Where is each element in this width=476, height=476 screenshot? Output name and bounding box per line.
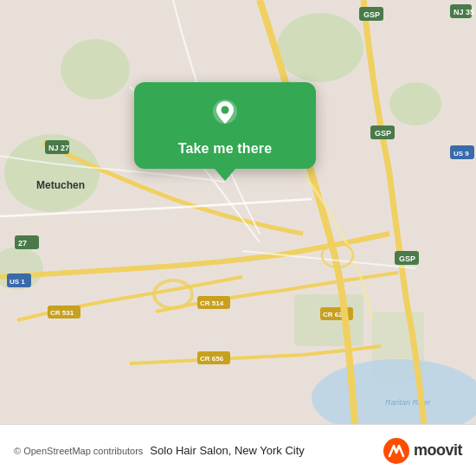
location-name: Solo Hair Salon, New York City	[150, 444, 383, 457]
svg-text:CR 656: CR 656	[200, 355, 224, 363]
moovit-logo: moovit	[383, 437, 462, 465]
map-background: Raritan River GSP GSP GSP NJ 35 US 1 US …	[0, 0, 476, 424]
svg-text:GSP: GSP	[375, 129, 391, 138]
svg-text:US 9: US 9	[453, 150, 469, 158]
svg-text:GSP: GSP	[399, 254, 415, 263]
moovit-icon	[383, 437, 410, 465]
take-me-there-button[interactable]: Take me there	[178, 141, 273, 157]
moovit-text: moovit	[414, 441, 462, 460]
svg-text:CR 531: CR 531	[50, 309, 74, 317]
svg-point-2	[61, 39, 130, 100]
svg-point-38	[222, 106, 229, 114]
svg-text:GSP: GSP	[363, 10, 380, 19]
popup-card[interactable]: Take me there	[134, 82, 316, 169]
map-attribution: © OpenStreetMap contributors	[14, 446, 143, 456]
svg-point-4	[389, 82, 441, 125]
svg-point-3	[277, 13, 363, 82]
bottom-bar: © OpenStreetMap contributors Solo Hair S…	[0, 424, 476, 476]
map-container: Raritan River GSP GSP GSP NJ 35 US 1 US …	[0, 0, 476, 424]
svg-text:US 1: US 1	[10, 278, 25, 286]
svg-text:NJ 35: NJ 35	[453, 8, 474, 16]
location-pin-icon	[209, 98, 241, 131]
svg-text:Metuchen: Metuchen	[36, 179, 85, 191]
svg-text:27: 27	[18, 239, 27, 248]
svg-text:NJ 27: NJ 27	[48, 144, 69, 152]
svg-text:CR 514: CR 514	[200, 299, 224, 307]
